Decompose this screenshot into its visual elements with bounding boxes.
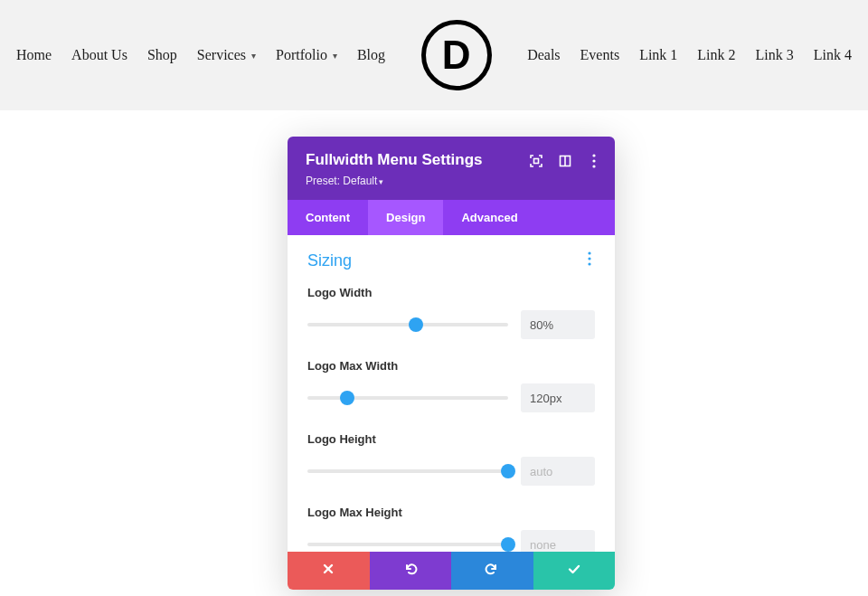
nav-deals[interactable]: Deals xyxy=(527,47,560,63)
nav-label: Link 3 xyxy=(756,47,794,63)
settings-modal: Fullwidth Menu Settings Preset: Default▾… xyxy=(288,137,615,590)
field-label: Logo Height xyxy=(307,432,595,446)
nav-label: Services xyxy=(197,47,246,63)
tab-advanced[interactable]: Advanced xyxy=(443,200,535,235)
modal-tabs: Content Design Advanced xyxy=(288,200,615,235)
field-row: auto xyxy=(307,457,595,486)
section-title[interactable]: Sizing xyxy=(307,251,352,270)
nav-label: Events xyxy=(580,47,620,63)
redo-icon xyxy=(485,562,499,580)
nav-link-1[interactable]: Link 1 xyxy=(639,47,677,63)
nav-label: Link 1 xyxy=(639,47,677,63)
nav-label: Portfolio xyxy=(276,47,327,63)
more-vertical-icon[interactable] xyxy=(586,153,602,169)
logo-height-slider[interactable] xyxy=(307,469,508,473)
slider-thumb[interactable] xyxy=(340,391,354,405)
modal-header-icons xyxy=(528,153,602,169)
save-button[interactable] xyxy=(533,552,616,590)
undo-icon xyxy=(403,562,418,580)
nav-left: Home About Us Shop Services▾ Portfolio▾ … xyxy=(16,47,385,63)
field-logo-height: Logo Height auto xyxy=(307,432,595,486)
nav-label: About Us xyxy=(71,47,127,63)
slider-thumb[interactable] xyxy=(501,464,515,478)
modal-panel: Sizing Logo Width 80% Logo Max Width 1 xyxy=(288,235,615,552)
nav-events[interactable]: Events xyxy=(580,47,620,63)
field-row: 80% xyxy=(307,310,595,339)
caret-down-icon: ▾ xyxy=(379,177,383,186)
logo-width-input[interactable]: 80% xyxy=(521,310,595,339)
snap-column-icon[interactable] xyxy=(557,153,573,169)
nav-portfolio[interactable]: Portfolio▾ xyxy=(276,47,337,63)
chevron-down-icon: ▾ xyxy=(333,51,337,61)
nav-label: Deals xyxy=(527,47,560,63)
field-logo-max-width: Logo Max Width 120px xyxy=(307,359,595,412)
logo-max-height-input[interactable]: none xyxy=(521,530,595,552)
svg-point-6 xyxy=(588,251,590,254)
close-icon xyxy=(321,562,335,580)
modal-footer xyxy=(288,552,615,590)
logo-max-height-slider[interactable] xyxy=(307,543,508,546)
nav-blog[interactable]: Blog xyxy=(357,47,385,63)
cancel-button[interactable] xyxy=(288,552,370,590)
nav-label: Shop xyxy=(147,47,177,63)
logo-max-width-input[interactable]: 120px xyxy=(521,383,595,412)
nav-shop[interactable]: Shop xyxy=(147,47,177,63)
nav-label: Link 4 xyxy=(814,47,852,63)
section-kebab-icon[interactable] xyxy=(584,250,595,271)
preset-dropdown[interactable]: Preset: Default▾ xyxy=(306,175,597,187)
redo-button[interactable] xyxy=(451,552,533,590)
logo-height-input[interactable]: auto xyxy=(521,457,595,486)
field-label: Logo Max Height xyxy=(307,506,595,519)
tab-design[interactable]: Design xyxy=(368,200,443,235)
expand-icon[interactable] xyxy=(528,153,544,169)
field-row: none xyxy=(307,530,595,552)
field-label: Logo Width xyxy=(307,286,595,299)
field-logo-max-height: Logo Max Height none xyxy=(307,506,595,552)
site-logo[interactable]: D xyxy=(421,20,492,90)
undo-button[interactable] xyxy=(370,552,452,590)
nav-label: Link 2 xyxy=(697,47,735,63)
nav-services[interactable]: Services▾ xyxy=(197,47,256,63)
preset-label: Preset: Default xyxy=(306,175,377,187)
modal-header: Fullwidth Menu Settings Preset: Default▾ xyxy=(288,137,615,200)
field-label: Logo Max Width xyxy=(307,359,595,373)
check-icon xyxy=(567,562,581,580)
nav-home[interactable]: Home xyxy=(16,47,52,63)
nav-link-4[interactable]: Link 4 xyxy=(814,47,852,63)
slider-thumb[interactable] xyxy=(409,317,423,332)
tab-content[interactable]: Content xyxy=(288,200,368,235)
svg-rect-0 xyxy=(534,159,539,164)
svg-point-8 xyxy=(588,262,590,265)
top-nav-bar: Home About Us Shop Services▾ Portfolio▾ … xyxy=(0,0,868,110)
nav-link-3[interactable]: Link 3 xyxy=(756,47,794,63)
logo-width-slider[interactable] xyxy=(307,323,508,326)
slider-thumb[interactable] xyxy=(501,537,515,552)
nav-label: Home xyxy=(16,47,52,63)
nav-wrap: Home About Us Shop Services▾ Portfolio▾ … xyxy=(16,20,852,90)
svg-point-3 xyxy=(592,154,595,156)
chevron-down-icon: ▾ xyxy=(251,51,256,61)
nav-right: Deals Events Link 1 Link 2 Link 3 Link 4 xyxy=(527,47,852,63)
logo-letter: D xyxy=(442,33,471,78)
nav-link-2[interactable]: Link 2 xyxy=(697,47,735,63)
sizing-section-header: Sizing xyxy=(307,250,595,271)
logo-max-width-slider[interactable] xyxy=(307,396,508,400)
svg-point-7 xyxy=(588,257,590,260)
field-row: 120px xyxy=(307,383,595,412)
nav-label: Blog xyxy=(357,47,385,63)
svg-point-5 xyxy=(592,165,595,167)
svg-point-4 xyxy=(592,159,595,162)
field-logo-width: Logo Width 80% xyxy=(307,286,595,339)
nav-about-us[interactable]: About Us xyxy=(71,47,127,63)
